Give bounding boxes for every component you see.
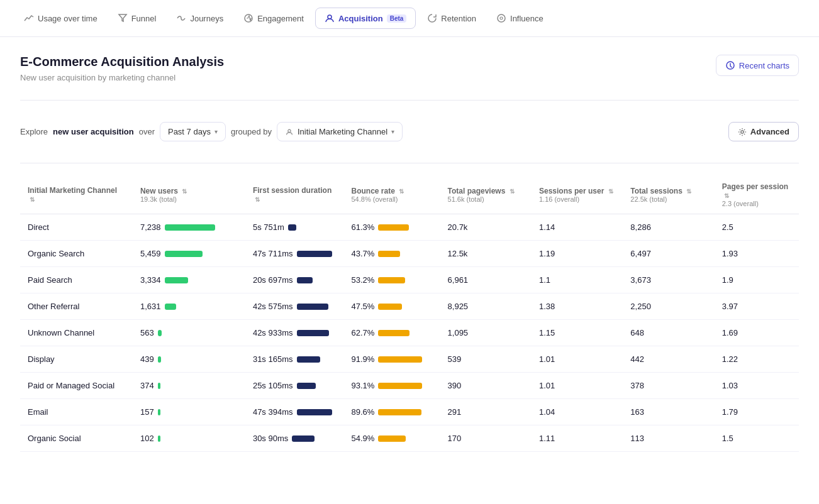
nav-influence[interactable]: Influence xyxy=(488,8,552,28)
cell-sessions-per-user: 1.01 xyxy=(532,346,623,373)
duration-bar xyxy=(297,409,332,415)
cell-pageviews: 12.5k xyxy=(440,241,532,267)
beta-badge: Beta xyxy=(387,14,407,23)
influence-icon xyxy=(496,13,506,23)
cell-bounce: 54.9% xyxy=(343,425,440,452)
bounce-bar xyxy=(378,330,410,336)
cell-sessions-per-user: 1.14 xyxy=(532,214,623,241)
page-content: E-Commerce Acquisition Analysis New user… xyxy=(0,37,819,469)
recent-charts-button[interactable]: Recent charts xyxy=(716,55,799,76)
funnel-icon xyxy=(118,13,128,23)
duration-bar xyxy=(297,304,328,310)
cell-new-users: 374 xyxy=(133,373,245,399)
cell-bounce: 89.6% xyxy=(343,399,440,425)
th-bounce[interactable]: Bounce rate ⇅ 54.8% (overall) xyxy=(343,176,440,214)
cell-pageviews: 8,925 xyxy=(440,293,532,320)
new-users-bar xyxy=(165,277,188,283)
cell-bounce: 43.7% xyxy=(343,241,440,267)
cell-total-sessions: 163 xyxy=(623,399,714,425)
cell-duration: 42s 933ms xyxy=(245,320,344,346)
cell-duration: 25s 105ms xyxy=(245,373,344,399)
th-sessions-per-user[interactable]: Sessions per user ⇅ 1.16 (overall) xyxy=(532,176,623,214)
th-duration[interactable]: First session duration ⇅ xyxy=(245,176,344,214)
duration-bar xyxy=(288,224,296,231)
group-by-select[interactable]: Initial Marketing Channel ▾ xyxy=(277,122,403,141)
cell-new-users: 102 xyxy=(133,425,245,452)
table-row: Unknown Channel56342s 933ms62.7%1,0951.1… xyxy=(20,320,799,346)
bounce-bar xyxy=(378,356,422,363)
th-pageviews[interactable]: Total pageviews ⇅ 51.6k (total) xyxy=(440,176,532,214)
cell-bounce: 61.3% xyxy=(343,214,440,241)
engagement-icon xyxy=(243,13,254,23)
acquisition-icon xyxy=(325,13,335,23)
table-row: Email15747s 394ms89.6%2911.041631.79 xyxy=(20,399,799,425)
nav-funnel[interactable]: Funnel xyxy=(109,8,165,28)
cell-bounce: 91.9% xyxy=(343,346,440,373)
th-channel[interactable]: Initial Marketing Channel ⇅ xyxy=(20,176,133,214)
nav-retention[interactable]: Retention xyxy=(418,8,485,28)
table-row: Other Referral1,63142s 575ms47.5%8,9251.… xyxy=(20,293,799,320)
advanced-button[interactable]: Advanced xyxy=(728,122,799,141)
cell-new-users: 5,459 xyxy=(133,241,245,267)
cell-new-users: 7,238 xyxy=(133,214,245,241)
new-users-bar xyxy=(158,436,160,442)
duration-bar xyxy=(297,251,332,257)
nav-usage-over-time[interactable]: Usage over time xyxy=(15,8,106,28)
time-range-select[interactable]: Past 7 days ▾ xyxy=(160,122,226,141)
cell-bounce: 47.5% xyxy=(343,293,440,320)
cell-total-sessions: 3,673 xyxy=(623,267,714,293)
cell-pageviews: 170 xyxy=(440,425,532,452)
cell-total-sessions: 6,497 xyxy=(623,241,714,267)
new-users-bar xyxy=(158,330,162,336)
cell-pageviews: 291 xyxy=(440,399,532,425)
duration-bar xyxy=(297,330,329,336)
table-row: Paid Search3,33420s 697ms53.2%6,9611.13,… xyxy=(20,267,799,293)
filter-bar: Explore new user acquisition over Past 7… xyxy=(20,113,799,150)
cell-sessions-per-user: 1.15 xyxy=(532,320,623,346)
cell-pageviews: 1,095 xyxy=(440,320,532,346)
cell-channel: Organic Social xyxy=(20,425,133,452)
cell-pages-per-session: 3.97 xyxy=(715,293,799,320)
table-row: Direct7,2385s 751m61.3%20.7k1.148,2862.5 xyxy=(20,214,799,241)
th-new-users[interactable]: New users ⇅ 19.3k (total) xyxy=(133,176,245,214)
cell-pageviews: 390 xyxy=(440,373,532,399)
chevron-down-icon-2: ▾ xyxy=(391,128,394,135)
new-users-bar xyxy=(158,383,160,389)
cell-bounce: 53.2% xyxy=(343,267,440,293)
group-by-icon xyxy=(285,128,294,136)
bounce-bar xyxy=(378,251,400,257)
cell-total-sessions: 113 xyxy=(623,425,714,452)
nav-engagement[interactable]: Engagement xyxy=(235,8,313,28)
svg-point-3 xyxy=(500,17,503,19)
cell-new-users: 157 xyxy=(133,399,245,425)
cell-duration: 42s 575ms xyxy=(245,293,344,320)
bounce-bar xyxy=(378,409,421,415)
cell-pages-per-session: 2.5 xyxy=(715,214,799,241)
th-pages-per-session[interactable]: Pages per session ⇅ 2.3 (overall) xyxy=(715,176,799,214)
cell-total-sessions: 378 xyxy=(623,373,714,399)
cell-pageviews: 20.7k xyxy=(440,214,532,241)
bounce-bar xyxy=(378,383,422,389)
table-body: Direct7,2385s 751m61.3%20.7k1.148,2862.5… xyxy=(20,214,799,452)
cell-sessions-per-user: 1.1 xyxy=(532,267,623,293)
cell-pages-per-session: 1.79 xyxy=(715,399,799,425)
new-users-bar xyxy=(165,304,176,310)
new-users-bar xyxy=(165,251,203,257)
cell-sessions-per-user: 1.11 xyxy=(532,425,623,452)
th-total-sessions[interactable]: Total sessions ⇅ 22.5k (total) xyxy=(623,176,714,214)
cell-new-users: 439 xyxy=(133,346,245,373)
cell-duration: 47s 394ms xyxy=(245,399,344,425)
cell-duration: 30s 90ms xyxy=(245,425,344,452)
cell-pages-per-session: 1.93 xyxy=(715,241,799,267)
page-subtitle: New user acquisition by marketing channe… xyxy=(20,73,224,82)
bounce-bar xyxy=(378,436,406,442)
duration-bar xyxy=(297,356,320,363)
data-table: Initial Marketing Channel ⇅ New users ⇅ … xyxy=(20,176,799,452)
nav-journeys[interactable]: Journeys xyxy=(167,8,232,28)
table-row: Paid or Managed Social37425s 105ms93.1%3… xyxy=(20,373,799,399)
nav-acquisition[interactable]: Acquisition Beta xyxy=(315,8,416,29)
cell-pageviews: 539 xyxy=(440,346,532,373)
bounce-bar xyxy=(378,224,409,231)
cell-channel: Email xyxy=(20,399,133,425)
cell-channel: Display xyxy=(20,346,133,373)
